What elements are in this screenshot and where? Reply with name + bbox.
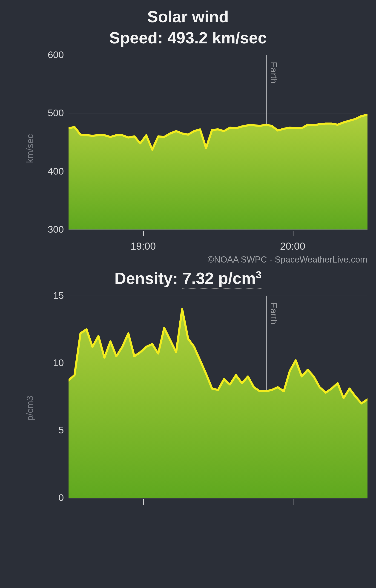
plot-svg — [68, 55, 367, 230]
y-tick-label: 600 — [18, 49, 64, 60]
x-tick-mark — [143, 499, 144, 505]
y-axis-label: p/cm3 — [25, 396, 35, 421]
chart-area-fill — [68, 115, 367, 230]
plot-svg — [68, 296, 367, 498]
y-tick-label: 400 — [18, 166, 64, 177]
y-tick-label: 0 — [18, 492, 64, 503]
chart-area-fill — [68, 309, 367, 498]
charts-container: Solar wind Speed: 493.2 km/sec 300400500… — [0, 7, 376, 507]
y-tick-label: 10 — [18, 357, 64, 368]
gridline — [68, 230, 367, 230]
speed-title-line1: Solar wind — [0, 7, 376, 27]
gridline — [68, 498, 367, 498]
x-tick-label: 19:00 — [130, 241, 156, 252]
x-tick-mark — [293, 231, 293, 236]
y-tick-label: 500 — [18, 107, 64, 118]
x-tick-label: 20:00 — [280, 241, 305, 252]
y-axis-label: km/sec — [25, 134, 35, 163]
speed-chart-title: Solar wind Speed: 493.2 km/sec — [0, 7, 376, 48]
density-chart-title: Density: 7.32 p/cm3 — [0, 269, 376, 289]
y-tick-label: 300 — [18, 224, 64, 235]
attribution-text: ©NOAA SWPC - SpaceWeatherLive.com — [208, 255, 367, 265]
x-tick-mark — [143, 231, 144, 236]
speed-chart: 300400500600km/secEarth19:0020:00©NOAA S… — [9, 55, 367, 266]
density-title: Density: 7.32 p/cm3 — [0, 269, 376, 289]
x-tick-mark — [293, 499, 293, 505]
density-chart: 051015p/cm3Earth — [9, 296, 367, 507]
y-tick-label: 5 — [18, 425, 64, 436]
speed-title-line2: Speed: 493.2 km/sec — [0, 28, 376, 48]
y-tick-label: 15 — [18, 290, 64, 301]
